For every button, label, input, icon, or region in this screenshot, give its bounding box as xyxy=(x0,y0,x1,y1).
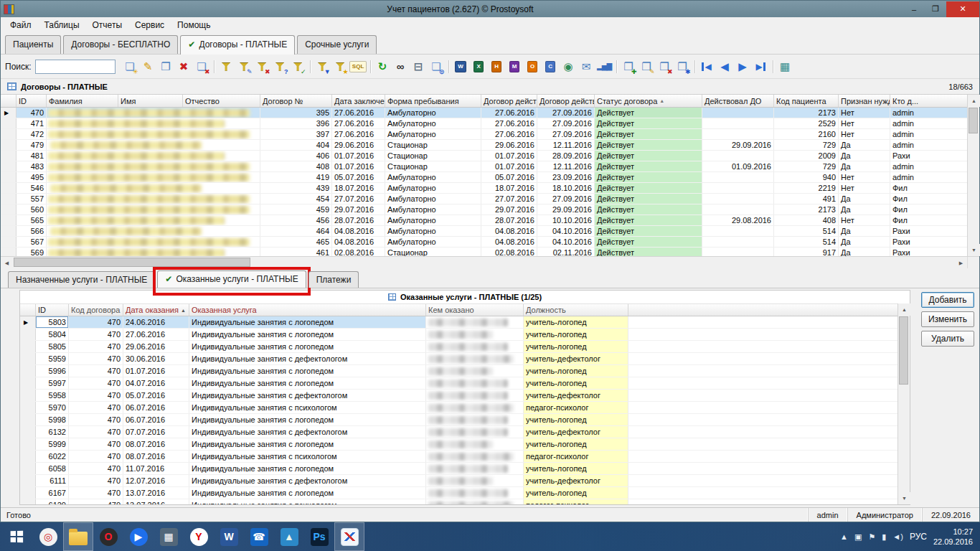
menu-item[interactable]: Отчеты xyxy=(86,18,128,32)
scroll-thumb[interactable] xyxy=(14,258,250,267)
bottom-tab[interactable]: Платежи xyxy=(308,271,359,288)
service-row[interactable]: 6132 470 07.07.2016 Индивидуальные занят… xyxy=(20,426,897,438)
file-explorer-icon[interactable] xyxy=(63,522,93,551)
contract-row[interactable]: 567 465 04.08.2016 Амбулаторно 04.08.201… xyxy=(1,237,967,248)
column-header-lastname[interactable]: Фамилия xyxy=(47,95,118,107)
service-row[interactable]: 6167 470 13.07.2016 Индивидуальные занят… xyxy=(20,487,897,499)
nav-last-icon[interactable]: ▶ xyxy=(752,57,770,75)
search-input[interactable] xyxy=(35,60,116,74)
main-tab[interactable]: Договоры - БЕСПЛАТНО xyxy=(63,35,178,54)
nav-first-icon[interactable]: ◀ xyxy=(698,57,716,75)
copy-record-icon[interactable]: ❐ xyxy=(157,57,175,75)
bottom-tab[interactable]: ✔ Оказанные услуги - ПЛАТНЫЕ xyxy=(157,270,306,288)
chart-app-icon[interactable] xyxy=(334,522,364,551)
column-header-service[interactable]: Оказанная услуга xyxy=(189,304,426,316)
export-csv-icon[interactable]: C xyxy=(542,57,560,75)
menu-item[interactable]: Сервис xyxy=(128,18,171,32)
service-row[interactable]: 5804 470 27.06.2016 Индивидуальные занят… xyxy=(20,329,897,341)
chart-icon[interactable]: ▂▅▇ xyxy=(595,57,613,75)
yandex-browser-icon[interactable]: Y xyxy=(184,522,214,551)
service-row[interactable]: 5805 470 29.06.2016 Индивидуальные занят… xyxy=(20,341,897,353)
filter-question-icon[interactable]: ? xyxy=(271,57,289,75)
main-tab[interactable]: Пациенты xyxy=(5,35,61,54)
contract-row[interactable]: 471 396 27.06.2016 Амбулаторно 27.06.201… xyxy=(1,118,967,129)
view-add-icon[interactable]: ❐ ✚ xyxy=(620,57,638,75)
service-row[interactable]: 5803 470 24.06.2016 Индивидуальные занят… xyxy=(20,316,897,329)
column-header-id[interactable]: ID xyxy=(36,304,69,316)
filter-icon[interactable] xyxy=(217,57,235,75)
scroll-up-button[interactable]: ▲ xyxy=(968,95,980,107)
column-header-service-date[interactable]: Дата оказания ▲ xyxy=(123,304,189,316)
opera-icon[interactable]: O xyxy=(93,522,123,551)
edit-button[interactable]: Изменить xyxy=(921,311,974,327)
preview-icon[interactable]: ❏ ⊙ xyxy=(428,57,446,75)
column-header-acted-until[interactable]: Действовал ДО xyxy=(702,95,774,107)
contract-row[interactable]: 472 397 27.06.2016 Амбулаторно 27.06.201… xyxy=(1,129,967,140)
taskbar-clock[interactable]: 10:27 22.09.2016 xyxy=(933,527,973,547)
start-button[interactable] xyxy=(0,522,33,551)
maximize-button[interactable]: ❐ xyxy=(925,1,946,17)
services-vscrollbar[interactable]: ▲ ▼ xyxy=(897,303,910,504)
column-header-firstname[interactable]: Имя xyxy=(118,95,183,107)
contract-row[interactable]: 495 419 05.07.2016 Амбулаторно 05.07.201… xyxy=(1,172,967,183)
contract-row[interactable]: 483 408 01.07.2016 Стационар 01.07.2016 … xyxy=(1,161,967,172)
service-row[interactable]: 5998 470 06.07.2016 Индивидуальные занят… xyxy=(20,414,897,426)
menu-item[interactable]: Помощь xyxy=(171,18,217,32)
sql-filter-icon[interactable]: SQL xyxy=(349,57,367,75)
service-row[interactable]: 6120 470 13.07.2016 Индивидуальные занят… xyxy=(20,499,897,504)
contract-row[interactable]: 565 456 28.07.2016 Амбулаторно 28.07.201… xyxy=(1,215,967,226)
nav-prev-icon[interactable]: ◀ xyxy=(716,57,734,75)
service-row[interactable]: 6111 470 12.07.2016 Индивидуальные занят… xyxy=(20,475,897,487)
column-header-valid-to[interactable]: Договор действу... xyxy=(537,95,595,107)
minimize-button[interactable]: – xyxy=(903,1,925,17)
export-html-icon[interactable]: H xyxy=(488,57,506,75)
add-button[interactable]: Добавить xyxy=(921,292,974,308)
contract-row[interactable]: 470 395 27.06.2016 Амбулаторно 27.06.201… xyxy=(1,108,967,118)
column-header-contract-number[interactable]: Договор № xyxy=(260,95,332,107)
column-header-status[interactable]: Статус договора ▲ xyxy=(595,95,702,107)
column-header-middlename[interactable]: Отчество xyxy=(183,95,260,107)
contract-row[interactable]: 566 464 04.08.2016 Амбулаторно 04.08.201… xyxy=(1,226,967,237)
contracts-hscrollbar[interactable]: ◀ ▶ xyxy=(1,256,979,268)
delete-filtered-icon[interactable]: ❏ ✖ xyxy=(193,57,211,75)
scroll-left-button[interactable]: ◀ xyxy=(1,257,13,269)
scroll-thumb[interactable] xyxy=(969,108,978,133)
contract-row[interactable]: 479 404 29.06.2016 Стационар 29.06.2016 … xyxy=(1,140,967,151)
word-icon[interactable]: W xyxy=(214,522,244,551)
view-delete-icon[interactable]: ❐ ✖ xyxy=(656,57,674,75)
filter-down-icon[interactable]: ▼ xyxy=(314,57,331,75)
browser-red-icon[interactable]: ◎ xyxy=(33,522,63,551)
scroll-thumb[interactable] xyxy=(899,316,908,385)
service-row[interactable]: 5999 470 08.07.2016 Индивидуальные занят… xyxy=(20,438,897,451)
column-header-patient-code[interactable]: Код пациента xyxy=(774,95,839,107)
column-header-valid-from[interactable]: Договор действу... xyxy=(481,95,537,107)
photoshop-icon[interactable]: Ps xyxy=(304,522,334,551)
export-odt-icon[interactable]: O xyxy=(524,57,542,75)
service-row[interactable]: 5997 470 04.07.2016 Индивидуальные занят… xyxy=(20,377,897,390)
view-edit-icon[interactable]: ❐ ✎ xyxy=(638,57,656,75)
scroll-up-button[interactable]: ▲ xyxy=(898,303,910,316)
service-row[interactable]: 6058 470 11.07.2016 Индивидуальные занят… xyxy=(20,463,897,475)
service-row[interactable]: 5970 470 06.07.2016 Индивидуальные занят… xyxy=(20,402,897,414)
delete-button[interactable]: Удалить xyxy=(921,331,974,347)
tray-network-icon[interactable]: ▮ xyxy=(882,532,886,542)
column-header-position[interactable]: Должность xyxy=(524,304,628,316)
report-icon[interactable]: ▦ xyxy=(776,57,794,75)
export-excel-icon[interactable]: X xyxy=(470,57,488,75)
column-header-contract-code[interactable]: Код договора xyxy=(69,304,123,316)
export-xml-icon[interactable]: M xyxy=(506,57,524,75)
export-web-icon[interactable]: ◉ xyxy=(560,57,578,75)
language-indicator[interactable]: РУС xyxy=(910,532,927,542)
contract-row[interactable]: 481 406 01.07.2016 Стационар 01.07.2016 … xyxy=(1,151,967,161)
service-row[interactable]: 6022 470 08.07.2016 Индивидуальные занят… xyxy=(20,451,897,463)
tray-flag-icon[interactable]: ⚑ xyxy=(868,532,875,542)
filter-check-icon[interactable]: ✓ xyxy=(289,57,307,75)
filter-edit-icon[interactable]: ✎ xyxy=(235,57,253,75)
phone-app-icon[interactable]: ☎ xyxy=(244,522,274,551)
export-word-icon[interactable]: W xyxy=(452,57,470,75)
column-header-sign-date[interactable]: Дата заключени... xyxy=(332,95,385,107)
column-header-stay-form[interactable]: Форма пребывания xyxy=(385,95,481,107)
photos-icon[interactable]: ▲ xyxy=(274,522,304,551)
tray-expand-icon[interactable]: ▲ xyxy=(840,532,848,541)
filter-delete-icon[interactable]: ✖ xyxy=(253,57,271,75)
